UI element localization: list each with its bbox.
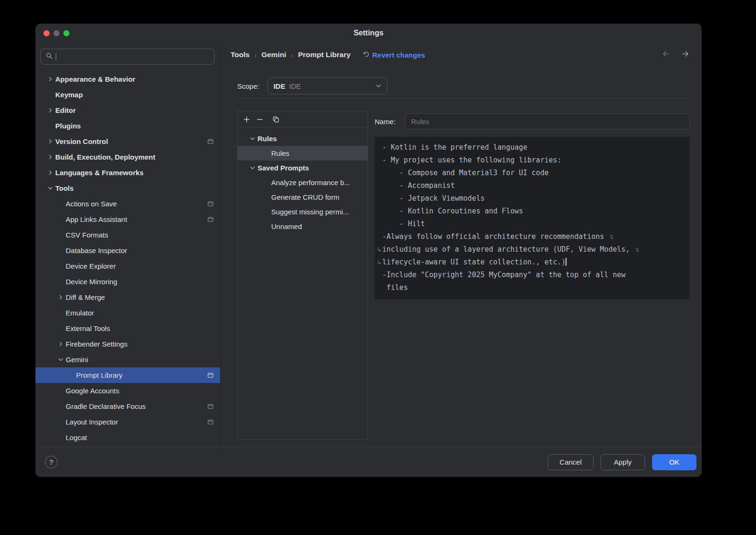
prompt-item-unnamed[interactable]: Unnamed: [238, 219, 368, 234]
sidebar-item-label: Build, Execution, Deployment: [55, 153, 155, 161]
chevron-right-icon[interactable]: [47, 169, 55, 177]
sidebar-item-app-links-assistant[interactable]: App Links Assistant: [35, 212, 220, 227]
editor-line: -Include "Copyright 2025 MyCompany" at t…: [382, 269, 687, 281]
scope-dropdown[interactable]: IDE IDE: [267, 77, 387, 94]
prompt-list-toolbar: [238, 111, 368, 127]
close-window-button[interactable]: [43, 30, 50, 36]
breadcrumb-gemini[interactable]: Gemini: [261, 51, 286, 59]
cancel-button[interactable]: Cancel: [548, 454, 593, 470]
sidebar-item-device-explorer[interactable]: Device Explorer: [35, 258, 220, 274]
copy-icon[interactable]: [269, 113, 283, 126]
chevron-down-icon[interactable]: [249, 135, 258, 142]
chevron-down-icon[interactable]: [249, 164, 258, 171]
sidebar-item-label: Google Accounts: [66, 387, 119, 395]
sidebar-item-label: Emulator: [66, 309, 94, 317]
sidebar-item-layout-inspector[interactable]: Layout Inspector: [35, 414, 220, 430]
sidebar-item-editor[interactable]: Editor: [35, 102, 220, 118]
apply-button[interactable]: Apply: [601, 454, 645, 470]
scope-dropdown-name: IDE: [274, 82, 285, 90]
settings-sidebar: Appearance & BehaviorKeymapEditorPlugins…: [35, 42, 221, 447]
prompt-item-generate-crud-form[interactable]: Generate CRUD form: [238, 190, 368, 204]
breadcrumb-prompt-library[interactable]: Prompt Library: [298, 51, 351, 59]
breadcrumb-separator: ›: [291, 51, 293, 59]
breadcrumb-tools[interactable]: Tools: [231, 51, 249, 59]
chevron-down-icon[interactable]: [47, 185, 55, 192]
editor-line: files: [382, 281, 687, 294]
sidebar-item-logcat[interactable]: Logcat: [35, 430, 220, 445]
sidebar-item-label: Languages & Frameworks: [55, 169, 144, 177]
sidebar-item-firebender-settings[interactable]: Firebender Settings: [35, 336, 220, 352]
minimize-window-button[interactable]: [53, 30, 60, 36]
chevron-spacer: [47, 91, 55, 99]
chevron-spacer: [57, 403, 66, 410]
editor-line-text: - Kotlin Coroutines and Flows: [382, 207, 523, 215]
revert-icon: [362, 51, 369, 59]
sidebar-item-actions-on-save[interactable]: Actions on Save: [35, 196, 220, 212]
sidebar-item-plugins[interactable]: Plugins: [35, 118, 220, 134]
back-arrow-icon[interactable]: [662, 50, 670, 59]
add-icon[interactable]: [240, 113, 253, 126]
chevron-right-icon[interactable]: [47, 107, 55, 114]
chevron-down-icon: [375, 82, 382, 90]
prompt-item-rules[interactable]: Rules: [238, 146, 368, 161]
sidebar-item-gradle-declarative-focus[interactable]: Gradle Declarative Focus: [35, 399, 220, 414]
name-label: Name:: [375, 118, 405, 126]
sidebar-item-external-tools[interactable]: External Tools: [35, 321, 220, 336]
chevron-right-icon[interactable]: [57, 340, 66, 348]
chevron-right-icon[interactable]: [47, 138, 55, 145]
sidebar-item-google-accounts[interactable]: Google Accounts: [35, 383, 220, 399]
soft-wrap-icon: ↳: [377, 256, 382, 269]
per-ide-settings-icon: [207, 418, 214, 425]
sidebar-item-appearance-behavior[interactable]: Appearance & Behavior: [35, 71, 220, 87]
prompt-text-editor[interactable]: - Kotlin is the preferred language- My p…: [375, 137, 690, 299]
help-button[interactable]: ?: [45, 456, 58, 468]
sidebar-item-tools[interactable]: Tools: [35, 180, 220, 196]
editor-line-text: including use of a layered architecture …: [382, 245, 634, 254]
sidebar-item-label: Gradle Declarative Focus: [66, 402, 146, 410]
prompt-item-suggest-missing-permi[interactable]: Suggest missing permi...: [238, 204, 368, 219]
breadcrumb: Tools › Gemini › Prompt Library Revert c…: [231, 50, 690, 59]
editor-line-text: - Jetpack Viewmodels: [382, 194, 485, 203]
prompt-item-analyze-performance-b[interactable]: Analyze performance b...: [238, 175, 368, 190]
chevron-right-icon[interactable]: [57, 294, 66, 301]
chevron-spacer: [57, 434, 66, 442]
prompt-label: Analyze performance b...: [271, 178, 350, 187]
sidebar-item-diff-merge[interactable]: Diff & Merge: [35, 289, 220, 305]
prompt-name-input[interactable]: [405, 113, 690, 129]
prompt-group-rules[interactable]: Rules: [238, 131, 368, 146]
zoom-window-button[interactable]: [63, 30, 69, 36]
editor-line: - My project uses the following librarie…: [382, 154, 687, 167]
chevron-spacer: [57, 418, 66, 426]
sidebar-item-keymap[interactable]: Keymap: [35, 87, 220, 102]
chevron-down-icon[interactable]: [57, 356, 66, 364]
sidebar-item-emulator[interactable]: Emulator: [35, 305, 220, 321]
chevron-right-icon[interactable]: [47, 153, 55, 161]
sidebar-item-version-control[interactable]: Version Control: [35, 134, 220, 149]
scope-divider: [237, 98, 690, 99]
remove-icon[interactable]: [253, 113, 266, 126]
sidebar-item-build-execution-deployment[interactable]: Build, Execution, Deployment: [35, 149, 220, 165]
revert-changes-link[interactable]: Revert changes: [362, 51, 425, 59]
sidebar-item-database-inspector[interactable]: Database Inspector: [35, 243, 220, 258]
text-caret: [566, 258, 567, 266]
sidebar-item-label: CSV Formats: [66, 231, 108, 239]
prompt-group-saved-prompts[interactable]: Saved Prompts: [238, 161, 368, 175]
sidebar-item-languages-frameworks[interactable]: Languages & Frameworks: [35, 165, 220, 180]
settings-search-field[interactable]: [40, 49, 215, 65]
ok-button[interactable]: OK: [652, 454, 696, 470]
titlebar: Settings: [35, 24, 702, 42]
forward-arrow-icon[interactable]: [681, 50, 690, 59]
editor-line: - Compose and Material3 for UI code: [382, 167, 687, 179]
sidebar-item-label: Gemini: [66, 356, 88, 364]
prompt-list-panel: RulesRulesSaved PromptsAnalyze performan…: [237, 111, 368, 440]
sidebar-item-device-mirroring[interactable]: Device Mirroring: [35, 274, 220, 289]
sidebar-item-csv-formats[interactable]: CSV Formats: [35, 227, 220, 243]
chevron-right-icon[interactable]: [47, 76, 55, 83]
scope-label: Scope:: [237, 82, 259, 90]
prompt-form-panel: Name: - Kotlin is the preferred language…: [375, 111, 690, 440]
sidebar-item-label: Layout Inspector: [66, 418, 118, 426]
sidebar-item-label: Diff & Merge: [66, 293, 105, 301]
sidebar-item-gemini[interactable]: Gemini: [35, 352, 220, 367]
editor-line-text: files: [382, 283, 408, 292]
sidebar-item-prompt-library[interactable]: Prompt Library: [35, 367, 220, 383]
